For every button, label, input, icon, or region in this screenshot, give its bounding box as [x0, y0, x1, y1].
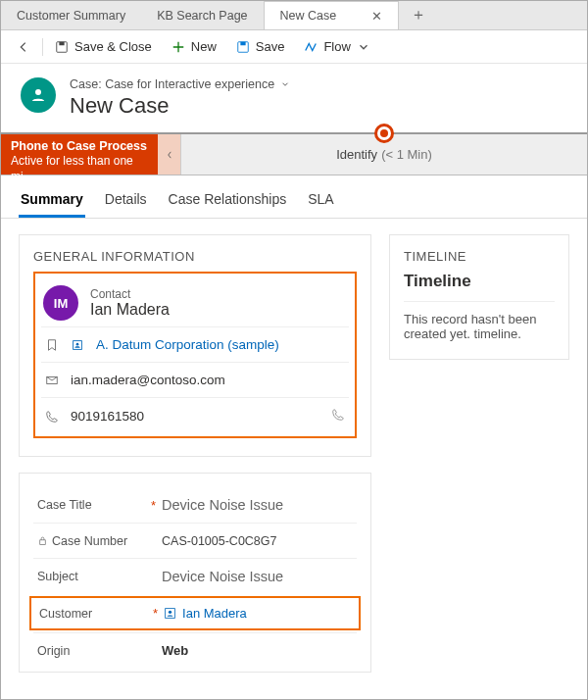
contact-highlight-box: IM Contact Ian Madera A. Datum Corporati… — [33, 272, 357, 438]
svg-point-10 — [169, 611, 172, 614]
back-icon — [17, 40, 30, 54]
save-close-label: Save & Close — [74, 39, 152, 54]
call-icon[interactable] — [331, 408, 345, 425]
origin-label: Origin — [37, 644, 145, 658]
save-icon — [236, 40, 250, 54]
svg-point-6 — [76, 342, 79, 345]
customer-row[interactable]: Customer * Ian Madera — [29, 596, 361, 630]
breadcrumb[interactable]: Case: Case for Interactive experience — [70, 77, 290, 91]
command-bar: Save & Close New Save Flow — [1, 30, 587, 64]
process-name: Phone to Case Process — [11, 138, 148, 154]
save-button[interactable]: Save — [226, 35, 295, 58]
new-button[interactable]: New — [162, 35, 226, 58]
tab-sla[interactable]: SLA — [306, 185, 335, 218]
phone-value: 9019161580 — [71, 409, 144, 424]
stage-label: Identify — [336, 147, 377, 162]
timeline-panel: TIMELINE Timeline This record hasn't bee… — [389, 234, 569, 360]
stage-time: (< 1 Min) — [381, 147, 432, 162]
timeline-section-label: TIMELINE — [404, 249, 555, 264]
right-column: TIMELINE Timeline This record hasn't bee… — [389, 234, 569, 688]
contact-label: Contact — [90, 287, 170, 301]
phone-row[interactable]: 9019161580 — [41, 397, 349, 434]
contact-icon — [164, 607, 176, 620]
header-text: Case: Case for Interactive experience Ne… — [70, 77, 290, 119]
case-title-value: Device Noise Issue — [162, 497, 283, 513]
flow-label: Flow — [323, 39, 350, 54]
process-status: Active for less than one mi... — [11, 154, 148, 184]
subject-row[interactable]: Subject * Device Noise Issue — [33, 558, 357, 594]
case-title-label: Case Title — [37, 498, 145, 512]
tab-customer-summary[interactable]: Customer Summary — [1, 1, 141, 29]
case-form-panel: Case Title * Device Noise Issue Case Num… — [19, 473, 371, 673]
svg-rect-8 — [40, 540, 46, 545]
page-header: Case: Case for Interactive experience Ne… — [1, 64, 587, 132]
breadcrumb-label: Case: Case for Interactive experience — [70, 77, 274, 91]
back-button[interactable] — [7, 36, 40, 58]
chevron-left-icon — [165, 150, 174, 160]
page-title: New Case — [70, 93, 290, 119]
origin-value: Web — [162, 643, 188, 658]
divider — [42, 38, 43, 56]
process-name-block[interactable]: Phone to Case Process Active for less th… — [1, 134, 158, 175]
entity-icon — [21, 77, 56, 113]
content-area: GENERAL INFORMATION IM Contact Ian Mader… — [1, 219, 587, 700]
contact-name-wrap: Contact Ian Madera — [90, 287, 170, 319]
required-marker: * — [151, 498, 156, 513]
tab-details[interactable]: Details — [103, 185, 149, 218]
timeline-empty-text: This record hasn't been created yet. tim… — [404, 301, 555, 341]
account-icon — [71, 338, 84, 352]
save-label: Save — [256, 39, 285, 54]
tab-summary[interactable]: Summary — [19, 185, 85, 218]
lock-icon — [37, 535, 48, 546]
new-label: New — [191, 39, 217, 54]
case-number-label: Case Number — [37, 534, 145, 548]
general-information-panel: GENERAL INFORMATION IM Contact Ian Mader… — [19, 234, 371, 457]
chevron-down-icon — [280, 79, 290, 89]
company-row[interactable]: A. Datum Corporation (sample) — [41, 326, 349, 362]
subject-value: Device Noise Issue — [162, 569, 283, 584]
email-row[interactable]: ian.madera@contoso.com — [41, 362, 349, 397]
case-title-row[interactable]: Case Title * Device Noise Issue — [33, 487, 357, 523]
case-icon — [29, 86, 47, 104]
customer-value: Ian Madera — [164, 606, 247, 621]
tab-label: New Case — [280, 9, 337, 23]
flow-button[interactable]: Flow — [294, 35, 379, 58]
case-number-row: Case Number * CAS-01005-C0C8G7 — [33, 523, 357, 558]
case-number-value: CAS-01005-C0C8G7 — [162, 534, 276, 548]
stage-marker-icon — [374, 124, 394, 143]
process-collapse-button[interactable] — [158, 134, 181, 175]
plus-icon — [172, 40, 185, 54]
svg-point-4 — [35, 89, 41, 95]
save-close-button[interactable]: Save & Close — [45, 35, 162, 58]
customer-label: Customer — [39, 607, 147, 621]
svg-rect-1 — [59, 41, 64, 45]
contact-header[interactable]: IM Contact Ian Madera — [41, 279, 349, 326]
session-tabbar: Customer Summary KB Search Page New Case… — [1, 1, 587, 30]
tab-kb-search[interactable]: KB Search Page — [141, 1, 263, 29]
company-link: A. Datum Corporation (sample) — [96, 337, 279, 352]
svg-rect-3 — [240, 41, 245, 45]
required-marker: * — [153, 606, 158, 621]
origin-row[interactable]: Origin * Web — [33, 632, 357, 668]
process-stage-identify[interactable]: Identify (< 1 Min) — [181, 134, 587, 175]
subject-label: Subject — [37, 570, 145, 583]
contact-avatar: IM — [43, 285, 78, 321]
mail-icon — [45, 374, 59, 387]
timeline-heading: Timeline — [404, 272, 555, 291]
close-icon[interactable]: ✕ — [371, 9, 382, 24]
left-column: GENERAL INFORMATION IM Contact Ian Mader… — [19, 234, 371, 688]
email-value: ian.madera@contoso.com — [71, 373, 225, 387]
add-tab-button[interactable]: ＋ — [399, 1, 438, 29]
flow-icon — [304, 40, 318, 54]
bookmark-icon — [45, 338, 59, 352]
save-close-icon — [55, 40, 69, 54]
chevron-down-icon — [357, 40, 370, 54]
phone-icon — [45, 410, 59, 424]
contact-name: Ian Madera — [90, 301, 170, 319]
business-process-bar: Phone to Case Process Active for less th… — [1, 132, 587, 175]
panel-title: GENERAL INFORMATION — [33, 249, 357, 264]
tab-case-relationships[interactable]: Case Relationships — [167, 185, 289, 218]
tab-new-case[interactable]: New Case ✕ — [264, 1, 400, 29]
